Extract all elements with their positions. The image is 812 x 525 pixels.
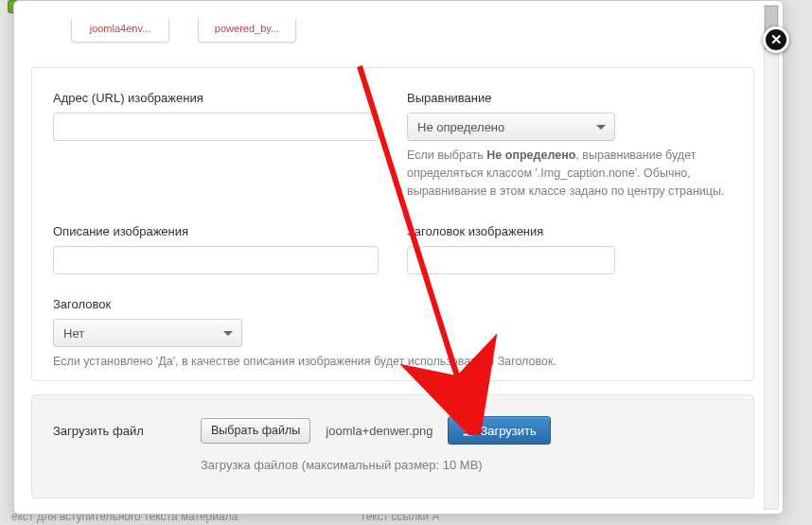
- upload-button[interactable]: Загрузить: [448, 416, 550, 445]
- imgtitle-input[interactable]: [407, 246, 615, 274]
- caption-help-text: Если установлено 'Да', в качестве описан…: [53, 353, 733, 371]
- chevron-down-icon: [223, 331, 233, 336]
- caption-select[interactable]: Нет: [53, 319, 242, 347]
- close-modal-button[interactable]: ✕: [763, 26, 789, 53]
- upload-icon: [462, 425, 474, 437]
- modal-scrollbar[interactable]: [764, 5, 779, 510]
- imgtitle-label: Заголовок изображения: [407, 224, 733, 238]
- description-input[interactable]: [53, 246, 379, 274]
- url-input[interactable]: [53, 113, 379, 141]
- caption-select-label: Заголовок: [53, 297, 733, 311]
- close-icon: ✕: [770, 31, 783, 48]
- thumbnail-item[interactable]: powered_by...: [198, 19, 296, 43]
- thumbnail-item[interactable]: joomla4env...: [71, 19, 169, 43]
- url-label: Адрес (URL) изображения: [53, 91, 379, 105]
- image-properties-panel: Адрес (URL) изображения Выравнивание Не …: [31, 67, 754, 381]
- image-thumbnails-row: joomla4env... powered_by...: [71, 19, 296, 43]
- description-label: Описание изображения: [53, 224, 379, 238]
- chevron-down-icon: [596, 125, 606, 130]
- align-select-value: Не определено: [417, 120, 504, 134]
- image-picker-modal: joomla4env... powered_by... Адрес (URL) …: [13, 0, 784, 515]
- upload-label: Загрузить файл: [53, 424, 185, 438]
- align-help-text: Если выбрать Не определено, выравнивание…: [407, 147, 733, 200]
- caption-select-value: Нет: [63, 326, 84, 341]
- align-label: Выравнивание: [407, 91, 733, 105]
- align-select[interactable]: Не определено: [407, 113, 615, 141]
- upload-hint: Загрузка файлов (максимальный размер: 10…: [201, 458, 733, 472]
- selected-filename: joomla+denwer.png: [326, 424, 432, 438]
- upload-panel: Загрузить файл Выбрать файлы joomla+denw…: [31, 394, 754, 499]
- choose-files-button[interactable]: Выбрать файлы: [201, 418, 310, 444]
